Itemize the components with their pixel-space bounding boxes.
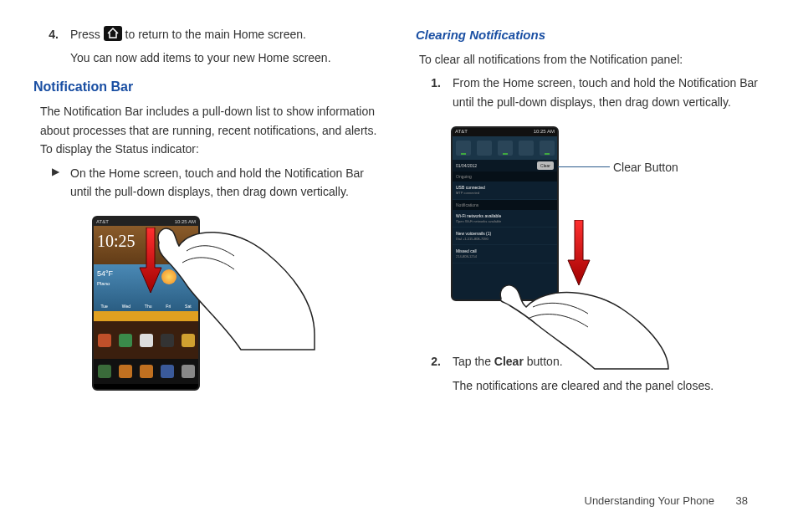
heading-notification-bar: Notification Bar [33,76,382,98]
step-text: Press to return to the main Home screen.… [70,25,382,68]
temp-value: 54°F [97,268,113,279]
carrier-label: AT&T [455,128,468,136]
item-sub: 214-808-1254 [456,254,554,259]
step-number: 2. [416,352,453,395]
date-clear-bar: 01/04/2012 Clear [453,160,557,171]
app-icon [119,334,132,347]
footer-page-number: 38 [736,494,748,507]
section-ongoing: Ongoing [453,171,557,182]
day: Wed [122,303,130,309]
toggle-rotation-icon [540,141,555,156]
toggle-gps-icon [498,141,513,156]
manual-page: 4. Press to return to the main Home scre… [0,0,798,532]
dock-row [94,359,198,384]
notification-item: New voicemails (1) Dial +1-515-808-7090 [453,228,557,245]
step-text: From the Home screen, touch and hold the… [453,74,765,111]
item-sub: Dial +1-515-808-7090 [456,237,554,242]
clear-button: Clear [537,161,554,170]
page-footer: Understanding Your Phone 38 [585,493,749,510]
day: Tue [100,303,107,309]
notification-item: USB connected MTP connected [453,182,557,199]
pointing-hand-icon [486,270,670,371]
status-time: 10:25 AM [534,128,555,136]
temp-place: Plano [97,280,113,289]
notification-item: Missed call 214-808-1254 [453,245,557,263]
figure-home-screen-drag: AT&T 10:25 AM 10:25 54°F Plano Tue Wed T [92,216,382,391]
pointing-hand-icon [141,209,316,351]
app-icon [98,334,111,347]
left-column: 4. Press to return to the main Home scre… [33,25,399,515]
home-icon [104,26,122,41]
section-notifications: Notifications [453,200,557,210]
dock-icon [182,365,195,378]
bullet-text: On the Home screen, touch and hold the N… [70,164,382,202]
item-title: Wi-Fi networks available [456,212,554,219]
intro-text: To clear all notifications from the Noti… [419,50,765,69]
dock-icon [161,365,174,378]
step-number: 4. [33,25,70,68]
date-label: 01/04/2012 [456,162,477,169]
weather-temp: 54°F Plano [97,268,113,288]
triangle-bullet-icon: ▶ [52,164,70,202]
dock-icon [140,365,153,378]
toggle-bluetooth-icon [477,141,492,156]
toggle-airplane-icon [519,141,534,156]
step-1: 1. From the Home screen, touch and hold … [416,74,765,111]
item-sub: MTP connected [456,191,554,196]
right-column: Clearing Notifications To clear all noti… [399,25,765,515]
item-title: Missed call [456,248,554,254]
intro-text: The Notification Bar includes a pull-dow… [40,102,382,158]
text-part: to return to the main Home screen. [125,28,306,41]
dock-icon [119,365,132,378]
status-bar: AT&T 10:25 AM [453,128,557,136]
footer-section: Understanding Your Phone [585,494,714,507]
step-subtext: You can now add items to your new Home s… [70,49,382,67]
callout-line [558,166,610,167]
heading-clearing-notifications: Clearing Notifications [416,25,765,45]
item-title: USB connected [456,184,554,191]
dock-icon [98,365,111,378]
quick-toggles-row [453,136,557,160]
text-part: Press [70,28,104,41]
toggle-wifi-icon [456,141,471,156]
item-title: New voicemails (1) [456,230,554,237]
carrier-label: AT&T [96,218,109,227]
bullet-instruction: ▶ On the Home screen, touch and hold the… [52,164,382,202]
notification-item: Wi-Fi networks available Open Wi-Fi netw… [453,210,557,228]
figure-notification-panel: AT&T 10:25 AM 01/04/2012 Clear Ongoing U… [451,126,765,352]
step-subtext: The notifications are cleared and the pa… [453,376,765,395]
step-number: 1. [416,74,453,111]
callout-clear-button: Clear Button [613,158,678,176]
step-4: 4. Press to return to the main Home scre… [33,25,382,68]
clock-time: 10:25 [97,232,136,250]
item-sub: Open Wi-Fi networks available [456,219,554,224]
